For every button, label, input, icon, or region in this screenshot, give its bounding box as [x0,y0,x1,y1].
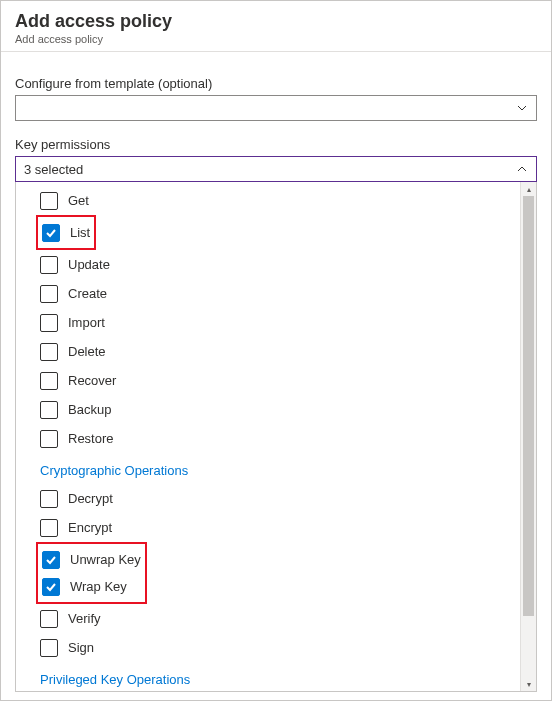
key-permissions-value: 3 selected [24,162,83,177]
checkbox-icon[interactable] [40,610,58,628]
checkbox-icon[interactable] [42,578,60,596]
permission-option[interactable]: Unwrap Key [42,546,141,573]
checkbox-icon[interactable] [40,430,58,448]
chevron-down-icon [516,102,528,114]
checkbox-icon[interactable] [40,285,58,303]
checkbox-icon[interactable] [40,343,58,361]
permission-option-label: Decrypt [68,491,113,506]
permission-option-label: Unwrap Key [70,552,141,567]
permission-option-label: Wrap Key [70,579,127,594]
checkbox-icon[interactable] [40,372,58,390]
permission-option[interactable]: Wrap Key [42,573,141,600]
checkbox-icon[interactable] [40,401,58,419]
permission-option[interactable]: Restore [40,424,520,453]
permission-option[interactable]: List [42,219,90,246]
chevron-up-icon [516,163,528,175]
permission-option[interactable]: Sign [40,633,520,662]
permission-section-header: Privileged Key Operations [40,672,520,687]
checkbox-icon[interactable] [40,314,58,332]
permission-section-header: Cryptographic Operations [40,463,520,478]
permission-option[interactable]: Recover [40,366,520,395]
key-permissions-select[interactable]: 3 selected [15,156,537,182]
scrollbar[interactable]: ▴ ▾ [520,182,536,691]
scrollbar-thumb[interactable] [523,196,534,616]
permission-option-label: Backup [68,402,111,417]
permission-option[interactable]: Get [40,186,520,215]
permission-option-label: Verify [68,611,101,626]
checkbox-icon[interactable] [40,639,58,657]
checkbox-icon[interactable] [40,519,58,537]
key-permissions-dropdown: GetListUpdateCreateImportDeleteRecoverBa… [15,182,537,692]
options-list: GetListUpdateCreateImportDeleteRecoverBa… [16,182,520,691]
checkbox-icon[interactable] [40,490,58,508]
checkbox-icon[interactable] [40,256,58,274]
permission-option[interactable]: Backup [40,395,520,424]
permission-option-label: Delete [68,344,106,359]
permission-option[interactable]: Decrypt [40,484,520,513]
permission-option[interactable]: Update [40,250,520,279]
permission-option[interactable]: Delete [40,337,520,366]
template-field-label: Configure from template (optional) [15,76,537,91]
highlight-annotation: List [36,215,96,250]
permission-option-label: Restore [68,431,114,446]
permission-option-label: List [70,225,90,240]
content-area: Configure from template (optional) Key p… [1,52,551,692]
page-subtitle: Add access policy [15,33,537,45]
permission-option-label: Get [68,193,89,208]
scroll-up-icon[interactable]: ▴ [521,182,536,196]
checkbox-icon[interactable] [40,192,58,210]
permission-option-label: Recover [68,373,116,388]
checkbox-icon[interactable] [42,551,60,569]
permission-option[interactable]: Verify [40,604,520,633]
permission-option-label: Create [68,286,107,301]
permission-option[interactable]: Import [40,308,520,337]
permission-option-label: Update [68,257,110,272]
permission-option-label: Sign [68,640,94,655]
permission-option-label: Import [68,315,105,330]
key-permissions-label: Key permissions [15,137,537,152]
permission-option-label: Encrypt [68,520,112,535]
highlight-annotation: Unwrap KeyWrap Key [36,542,147,604]
page-header: Add access policy Add access policy [1,1,551,52]
permission-option[interactable]: Encrypt [40,513,520,542]
page-title: Add access policy [15,11,537,32]
permission-option[interactable]: Create [40,279,520,308]
checkbox-icon[interactable] [42,224,60,242]
scroll-down-icon[interactable]: ▾ [521,677,536,691]
template-select[interactable] [15,95,537,121]
